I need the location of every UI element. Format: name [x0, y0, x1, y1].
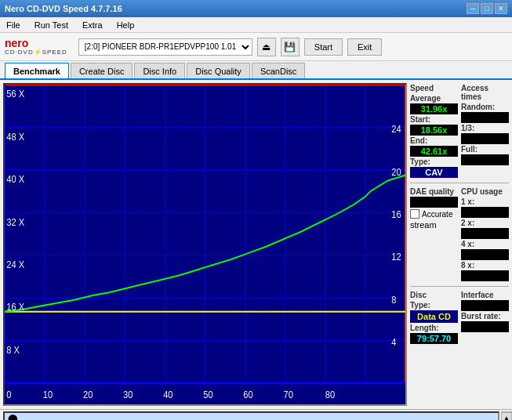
disc-section: Disc Type: Data CD Length: 79:57.70: [410, 290, 458, 344]
cpu-label: CPU usage: [461, 186, 509, 197]
start-value: 18.56x: [410, 125, 458, 136]
save-button[interactable]: 💾: [281, 38, 300, 56]
dae-label: DAE quality: [410, 186, 458, 197]
disc-interface-row: Disc Type: Data CD Length: 79:57.70 Inte…: [410, 290, 509, 344]
two-x-label: 2 x:: [461, 218, 509, 228]
dae-cpu-row: DAE quality Accurate stream CPU usage 1 …: [410, 186, 509, 281]
eight-x-label: 8 x:: [461, 260, 509, 270]
svg-text:50: 50: [203, 389, 212, 400]
menu-run-test[interactable]: Run Test: [31, 20, 71, 31]
log-panel: ⬤ [13:15:24] Starting transfer rate test…: [3, 411, 499, 420]
stream-label: stream: [410, 220, 437, 230]
speed-access-row: Speed Average 31.96x Start: 18.56x End: …: [410, 83, 509, 178]
tab-scan-disc[interactable]: ScanDisc: [252, 63, 305, 78]
speed-label: Speed: [410, 83, 458, 93]
svg-text:10: 10: [43, 389, 53, 400]
start-button[interactable]: Start: [304, 38, 343, 56]
disc-length-label: Length:: [410, 323, 458, 333]
chart-area: 56 X 48 X 40 X 32 X 24 X 16 X 8 X 24 20 …: [3, 83, 407, 406]
svg-text:56 X: 56 X: [6, 88, 24, 100]
scroll-up-button[interactable]: ▲: [501, 412, 512, 420]
two-x-value: [461, 228, 509, 239]
tab-benchmark[interactable]: Benchmark: [5, 63, 69, 78]
accurate-stream-checkbox[interactable]: [410, 209, 419, 219]
title-bar: Nero CD-DVD Speed 4.7.7.16 ─ □ ✕: [0, 0, 512, 17]
disc-length-value: 79:57.70: [410, 333, 458, 344]
log-scrollbar[interactable]: ▲ ▼: [501, 411, 512, 420]
drive-selector[interactable]: [2:0] PIONEER BDR-PR1EPDVPP100 1.01: [78, 38, 252, 56]
interface-label: Interface: [461, 290, 509, 300]
access-times-section: Access times Random: 1/3: Full:: [461, 83, 509, 178]
full-value: [461, 154, 509, 165]
window-title: Nero CD-DVD Speed 4.7.7.16: [5, 4, 122, 13]
type-label: Type:: [410, 157, 458, 167]
minimize-button[interactable]: ─: [467, 3, 479, 14]
main-content: 56 X 48 X 40 X 32 X 24 X 16 X 8 X 24 20 …: [0, 80, 512, 409]
svg-text:0: 0: [6, 389, 11, 400]
access-times-label: Access times: [461, 83, 509, 102]
tab-disc-info[interactable]: Disc Info: [134, 63, 185, 78]
average-value: 31.96x: [410, 103, 458, 114]
end-label: End:: [410, 136, 458, 146]
disc-section-label: Disc: [410, 290, 458, 300]
interface-value: [461, 300, 509, 311]
svg-text:48 X: 48 X: [6, 131, 24, 143]
dae-value: [410, 197, 458, 208]
tab-create-disc[interactable]: Create Disc: [71, 63, 133, 78]
one-third-value: [461, 133, 509, 144]
separator-1: [410, 183, 509, 183]
menu-extra[interactable]: Extra: [79, 20, 106, 31]
nero-logo: nero CD·DVD⚡SPEED: [5, 38, 67, 56]
disc-type-label: Type:: [410, 300, 458, 310]
cpu-section: CPU usage 1 x: 2 x: 4 x: 8 x:: [461, 186, 509, 281]
interface-section: Interface Burst rate:: [461, 290, 509, 344]
svg-text:8 X: 8 X: [6, 344, 20, 356]
four-x-label: 4 x:: [461, 239, 509, 249]
window-controls: ─ □ ✕: [467, 3, 507, 14]
svg-text:16 X: 16 X: [6, 301, 24, 313]
svg-text:60: 60: [243, 389, 252, 400]
svg-text:8: 8: [391, 294, 396, 306]
svg-text:70: 70: [283, 389, 292, 400]
cdspeed-brand-text: CD·DVD⚡SPEED: [5, 49, 67, 56]
exit-button[interactable]: Exit: [347, 38, 382, 56]
svg-text:24 X: 24 X: [6, 259, 24, 270]
type-value: CAV: [410, 167, 458, 178]
svg-text:12: 12: [391, 251, 401, 262]
one-third-label: 1/3:: [461, 123, 509, 133]
disc-type-value: Data CD: [410, 310, 458, 323]
svg-text:32 X: 32 X: [6, 215, 24, 227]
svg-text:30: 30: [123, 389, 133, 400]
status-area: ⬤ [13:15:24] Starting transfer rate test…: [0, 409, 512, 420]
svg-text:40 X: 40 X: [6, 173, 24, 185]
menu-file[interactable]: File: [3, 20, 24, 31]
svg-text:20: 20: [83, 389, 93, 400]
speed-section: Speed Average 31.96x Start: 18.56x End: …: [410, 83, 458, 178]
close-button[interactable]: ✕: [495, 3, 507, 14]
one-x-value: [461, 207, 509, 218]
one-x-label: 1 x:: [461, 197, 509, 207]
svg-text:24: 24: [391, 123, 401, 135]
separator-2: [410, 286, 509, 287]
eject-button[interactable]: ⏏: [257, 38, 276, 56]
maximize-button[interactable]: □: [481, 3, 493, 14]
right-panel: Speed Average 31.96x Start: 18.56x End: …: [410, 80, 512, 409]
menu-help[interactable]: Help: [114, 20, 138, 31]
burst-value: [461, 321, 509, 332]
start-label: Start:: [410, 114, 458, 125]
four-x-value: [461, 249, 509, 260]
log-header: ⬤: [5, 413, 498, 420]
average-label: Average: [410, 93, 458, 103]
accurate-stream-row: Accurate: [410, 209, 458, 219]
svg-text:16: 16: [391, 208, 401, 220]
tab-disc-quality[interactable]: Disc Quality: [187, 63, 250, 78]
svg-text:4: 4: [391, 336, 396, 348]
chart-svg: 56 X 48 X 40 X 32 X 24 X 16 X 8 X 24 20 …: [5, 85, 405, 404]
accurate-label: Accurate: [422, 210, 452, 219]
tab-bar: Benchmark Create Disc Disc Info Disc Qua…: [0, 61, 512, 80]
random-value: [461, 112, 509, 123]
svg-text:20: 20: [391, 166, 401, 178]
svg-text:40: 40: [163, 389, 172, 400]
full-label: Full:: [461, 144, 509, 154]
toolbar: nero CD·DVD⚡SPEED [2:0] PIONEER BDR-PR1E…: [0, 33, 512, 61]
